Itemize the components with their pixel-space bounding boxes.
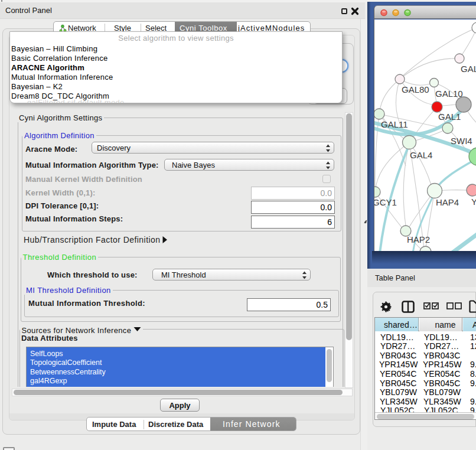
svg-text:GAL7: GAL7 [461, 64, 476, 74]
svg-text:SWI4: SWI4 [451, 136, 472, 146]
svg-text:Y: Y [471, 197, 476, 207]
svg-text:GAL4: GAL4 [410, 150, 432, 160]
svg-text:GAL80: GAL80 [402, 84, 429, 94]
svg-text:HAP2: HAP2 [407, 234, 430, 244]
svg-text:HAP4: HAP4 [436, 197, 459, 207]
svg-text:GAL1: GAL1 [438, 112, 461, 122]
svg-text:GAL10: GAL10 [435, 89, 463, 99]
svg-text:GCY1: GCY1 [374, 197, 397, 207]
svg-text:GAL11: GAL11 [381, 119, 408, 129]
